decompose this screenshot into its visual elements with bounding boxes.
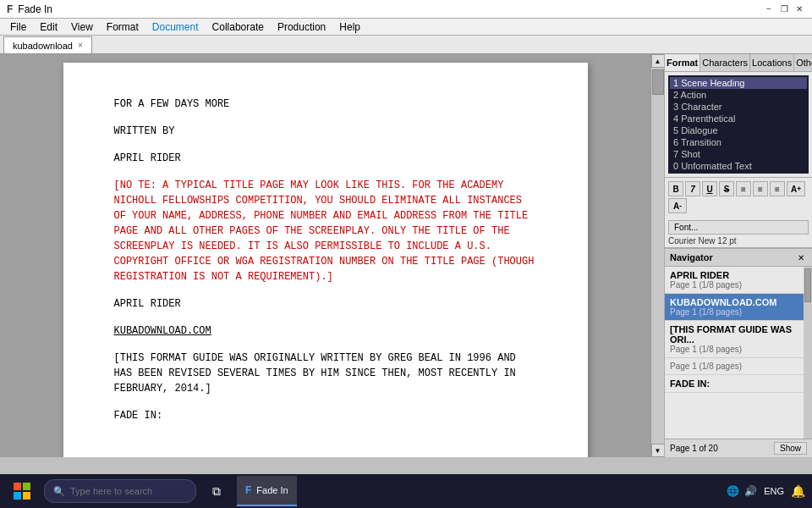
align-center-button[interactable]: ≡ — [753, 181, 768, 196]
font-size-down-button[interactable]: A- — [668, 198, 687, 213]
editor-wrapper: FOR A FEW DAYS MORE WRITTEN BY APRIL RID… — [0, 54, 664, 457]
tab-label: kubadownload — [13, 41, 73, 51]
scroll-down-button[interactable]: ▼ — [651, 444, 665, 457]
menu-bar: File Edit View Format Document Collabora… — [0, 19, 812, 36]
nav-item-fadein[interactable]: FADE IN: — [665, 375, 804, 393]
page-block-writtenby: WRITTEN BY — [114, 124, 537, 139]
page-block-note: [NO TE: A TYPICAL TITLE PAGE MAY LOOK LI… — [114, 178, 537, 284]
navigator-content: APRIL RIDER Page 1 (1/8 pages) KUBADOWNL… — [665, 267, 804, 439]
page-block-author: APRIL RIDER — [114, 151, 537, 166]
nav-scrollbar[interactable] — [804, 267, 812, 439]
format-toolbar: B 7 U S ≡ ≡ ≡ A+ A- — [665, 177, 812, 217]
nav-scroll-area: APRIL RIDER Page 1 (1/8 pages) KUBADOWNL… — [665, 267, 812, 439]
app-icon: F — [7, 3, 13, 15]
title-bar: F Fade In − ❐ ✕ — [0, 0, 812, 19]
menu-format[interactable]: Format — [100, 19, 145, 36]
maximize-button[interactable]: ❐ — [778, 3, 790, 15]
menu-help[interactable]: Help — [332, 19, 367, 36]
nav-item-kubadownload[interactable]: KUBADOWNLOAD.COM Page 1 (1/8 pages) — [665, 294, 804, 321]
main-layout: FOR A FEW DAYS MORE WRITTEN BY APRIL RID… — [0, 54, 812, 457]
tab-format[interactable]: Format — [665, 54, 700, 71]
minimize-button[interactable]: − — [763, 3, 775, 15]
written-by: WRITTEN BY — [114, 124, 537, 139]
tab-other[interactable]: Other — [794, 54, 812, 71]
tab-kubadownload[interactable]: kubadownload × — [3, 36, 92, 53]
scroll-thumb[interactable] — [652, 69, 664, 95]
align-left-button[interactable]: ≡ — [736, 181, 751, 196]
nav-item-title: FADE IN: — [670, 378, 798, 389]
editor-scrollbar[interactable]: ▲ ▼ — [650, 54, 664, 457]
website-url: KUBADOWNLOAD.COM — [114, 323, 537, 339]
nav-item-format-guide[interactable]: [THIS FORMAT GUIDE WAS ORI... Page 1 (1/… — [665, 321, 804, 358]
nav-item-sub: Page 1 (1/8 pages) — [670, 345, 798, 354]
navigator-section: Navigator ✕ APRIL RIDER Page 1 (1/8 page… — [665, 247, 812, 457]
scroll-track[interactable] — [651, 68, 664, 444]
style-scene-heading[interactable]: 1 Scene Heading — [670, 77, 807, 89]
nav-item-empty[interactable]: Page 1 (1/8 pages) — [665, 358, 804, 375]
font-name-label: Courier New 12 pt — [665, 235, 812, 247]
style-action[interactable]: 2 Action — [670, 89, 807, 101]
page-block-fadein: FADE IN: — [114, 408, 537, 423]
title-page-note: [NO TE: A TYPICAL TITLE PAGE MAY LOOK LI… — [114, 178, 537, 284]
menu-collaborate[interactable]: Collaborate — [206, 19, 271, 36]
italic-button[interactable]: 7 — [685, 181, 700, 196]
style-list: 1 Scene Heading 2 Action 3 Character 4 P… — [668, 75, 809, 174]
page-block-url: KUBADOWNLOAD.COM — [114, 323, 537, 339]
fade-in: FADE IN: — [114, 408, 537, 423]
style-shot[interactable]: 7 Shot — [670, 148, 807, 160]
author-name-2: APRIL RIDER — [114, 296, 537, 312]
style-dialogue[interactable]: 5 Dialogue — [670, 124, 807, 136]
style-transition[interactable]: 6 Transition — [670, 136, 807, 148]
nav-item-title: APRIL RIDER — [670, 270, 798, 280]
style-character[interactable]: 3 Character — [670, 101, 807, 113]
style-unformatted[interactable]: 0 Unformatted Text — [670, 160, 807, 172]
close-button[interactable]: ✕ — [793, 3, 805, 15]
nav-item-sub: Page 1 (1/8 pages) — [670, 280, 798, 290]
strikethrough-button[interactable]: S — [719, 181, 734, 196]
right-panel: Format Characters Locations Other 1 Scen… — [664, 54, 812, 457]
page-block-format-note: [THIS FORMAT GUIDE WAS ORIGINALLY WRITTE… — [114, 351, 537, 396]
nav-item-sub: Page 1 (1/8 pages) — [670, 307, 798, 317]
menu-document[interactable]: Document — [145, 19, 206, 36]
nav-item-title: KUBADOWNLOAD.COM — [670, 297, 798, 307]
title-bar-left: F Fade In — [7, 3, 52, 15]
navigator-header[interactable]: Navigator ✕ — [665, 248, 812, 267]
tab-bar: kubadownload × — [0, 36, 812, 54]
title-bar-title: Fade In — [18, 3, 52, 15]
format-guide-note: [THIS FORMAT GUIDE WAS ORIGINALLY WRITTE… — [114, 351, 537, 396]
font-size-up-button[interactable]: A+ — [787, 181, 805, 196]
tab-characters[interactable]: Characters — [700, 54, 750, 71]
format-section: Format Characters Locations Other 1 Scen… — [665, 54, 812, 247]
title-bar-controls[interactable]: − ❐ ✕ — [763, 3, 805, 15]
align-right-button[interactable]: ≡ — [770, 181, 785, 196]
format-tabs: Format Characters Locations Other — [665, 54, 812, 72]
font-button[interactable]: Font... — [668, 220, 809, 235]
navigator-close-button[interactable]: ✕ — [795, 251, 807, 263]
menu-production[interactable]: Production — [271, 19, 332, 36]
screenplay-title: FOR A FEW DAYS MORE — [114, 97, 537, 112]
menu-edit[interactable]: Edit — [33, 19, 64, 36]
menu-view[interactable]: View — [64, 19, 100, 36]
navigator-footer: Page 1 of 20 Show — [665, 439, 812, 457]
nav-item-title: [THIS FORMAT GUIDE WAS ORI... — [670, 324, 798, 345]
tab-close-button[interactable]: × — [78, 41, 83, 50]
editor-area[interactable]: FOR A FEW DAYS MORE WRITTEN BY APRIL RID… — [0, 54, 650, 457]
nav-scroll-thumb[interactable] — [804, 268, 811, 302]
scroll-up-button[interactable]: ▲ — [651, 54, 665, 68]
navigator-title: Navigator — [670, 252, 713, 262]
author-name: APRIL RIDER — [114, 151, 537, 166]
nav-item-april-rider[interactable]: APRIL RIDER Page 1 (1/8 pages) — [665, 267, 804, 294]
page-block-title: FOR A FEW DAYS MORE — [114, 97, 537, 112]
page: FOR A FEW DAYS MORE WRITTEN BY APRIL RID… — [63, 63, 588, 457]
nav-item-sub: Page 1 (1/8 pages) — [670, 362, 798, 371]
show-button[interactable]: Show — [774, 442, 807, 455]
menu-file[interactable]: File — [3, 19, 33, 36]
style-parenthetical[interactable]: 4 Parenthetical — [670, 113, 807, 124]
page-info: Page 1 of 20 — [670, 444, 718, 453]
tab-locations[interactable]: Locations — [750, 54, 794, 71]
page-block-author2: APRIL RIDER — [114, 296, 537, 312]
underline-button[interactable]: U — [702, 181, 717, 196]
bold-button[interactable]: B — [668, 181, 683, 196]
